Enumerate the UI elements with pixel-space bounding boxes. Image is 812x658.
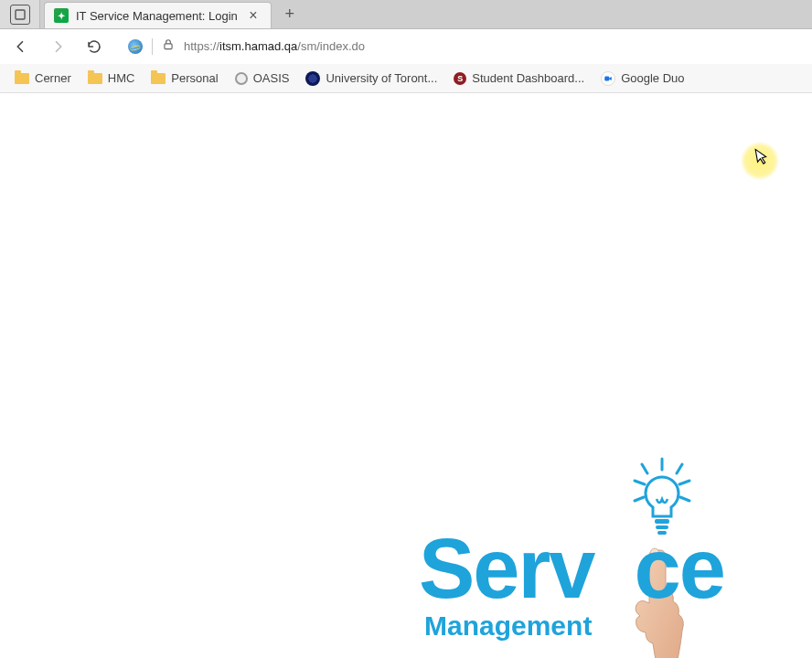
folder-icon — [88, 73, 102, 84]
google-duo-icon — [601, 71, 615, 86]
svg-rect-11 — [656, 525, 668, 529]
svg-line-6 — [635, 481, 645, 484]
reload-button[interactable] — [82, 35, 106, 58]
bookmark-label: Google Duo — [621, 71, 684, 85]
bookmark-label: HMC — [108, 71, 135, 85]
svg-rect-2 — [604, 76, 609, 80]
svg-line-5 — [677, 464, 682, 473]
uoft-icon — [305, 71, 320, 86]
lightbulb-icon — [631, 457, 693, 537]
folder-icon — [151, 73, 166, 84]
url-path: /sm/index.do — [297, 39, 365, 53]
bookmark-label: Personal — [171, 71, 218, 85]
folder-icon — [15, 73, 29, 84]
svg-line-9 — [680, 497, 689, 501]
bookmark-student-dashboard[interactable]: S Student Dashboard... — [454, 71, 584, 85]
bookmark-personal[interactable]: Personal — [151, 71, 218, 85]
bookmark-oasis[interactable]: OASIS — [235, 71, 290, 85]
bookmark-label: Cerner — [35, 71, 71, 85]
bookmark-cerner[interactable]: Cerner — [15, 71, 71, 85]
toolbar: https://itsm.hamad.qa/sm/index.do — [0, 29, 812, 64]
url-scheme: https:// — [184, 39, 219, 53]
svg-rect-12 — [657, 531, 667, 535]
url-text: https://itsm.hamad.qa/sm/index.do — [184, 39, 365, 53]
svg-line-4 — [642, 464, 647, 473]
logo-management-word: Management — [424, 610, 592, 642]
address-separator — [152, 38, 153, 55]
lock-icon — [162, 38, 175, 54]
tab-actions-icon — [10, 5, 30, 25]
url-host: itsm.hamad.qa — [219, 39, 297, 53]
new-tab-button[interactable]: + — [275, 0, 304, 28]
bookmark-label: University of Toront... — [326, 71, 437, 85]
back-button[interactable] — [9, 35, 33, 58]
tab-actions-button[interactable] — [0, 0, 40, 28]
tab-favicon: ✦ — [54, 8, 69, 23]
page-content: Servce Management — [0, 93, 812, 658]
bookmarks-bar: Cerner HMC Personal OASIS University of … — [0, 64, 812, 93]
bookmark-hmc[interactable]: HMC — [88, 71, 135, 85]
bookmark-google-duo[interactable]: Google Duo — [601, 71, 684, 86]
address-bar[interactable]: https://itsm.hamad.qa/sm/index.do — [119, 33, 803, 60]
finger-icon — [631, 545, 686, 658]
oasis-icon — [235, 72, 248, 85]
student-dashboard-icon: S — [454, 72, 466, 85]
svg-rect-0 — [16, 10, 25, 19]
tab-strip: ✦ IT Service Management: Login × + — [0, 0, 812, 29]
ie-mode-icon — [128, 39, 143, 54]
svg-point-13 — [650, 548, 659, 559]
close-tab-button[interactable]: × — [245, 7, 262, 24]
svg-rect-1 — [165, 44, 172, 49]
bookmark-label: Student Dashboard... — [472, 71, 584, 85]
bookmark-label: OASIS — [253, 71, 290, 85]
browser-tab[interactable]: ✦ IT Service Management: Login × — [44, 2, 272, 28]
svg-rect-10 — [655, 519, 669, 524]
svg-line-7 — [679, 481, 689, 484]
service-management-logo: Servce Management — [419, 457, 785, 658]
forward-button[interactable] — [46, 35, 69, 58]
svg-line-8 — [635, 497, 644, 501]
bookmark-uoft[interactable]: University of Toront... — [305, 71, 437, 86]
logo-service-word: Servce — [419, 521, 724, 617]
tab-title: IT Service Management: Login — [76, 9, 238, 23]
